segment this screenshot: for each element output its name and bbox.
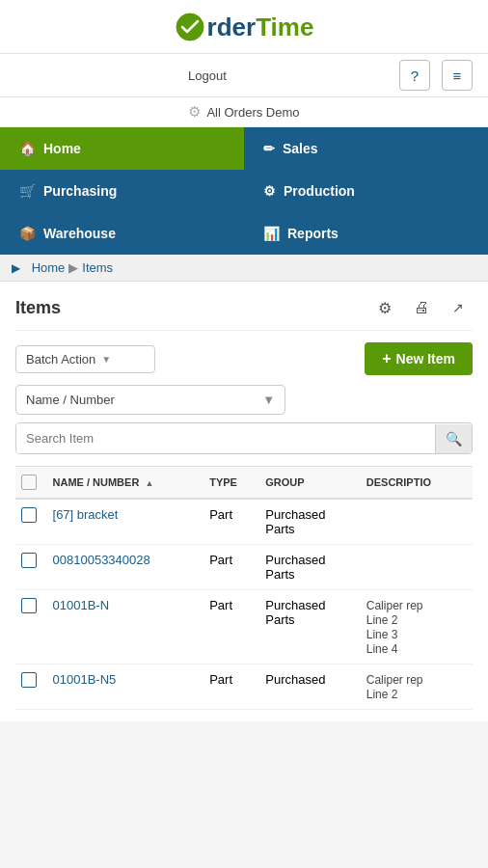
print-icon: 🖨	[414, 299, 429, 316]
help-icon: ?	[411, 68, 419, 84]
item-name-link[interactable]: [67] bracket	[53, 507, 119, 522]
search-row: 🔍	[15, 422, 473, 454]
search-icon: 🔍	[446, 431, 462, 447]
expand-arrow[interactable]: ▶	[12, 261, 20, 275]
help-button[interactable]: ?	[399, 60, 430, 91]
table-row: 01001B-N5PartPurchasedCaliper repLine 2	[15, 665, 473, 710]
items-header: Items ⚙ 🖨 ↗	[15, 293, 473, 331]
logo-icon	[175, 12, 205, 42]
gear-icon: ⚙	[378, 299, 392, 317]
search-input[interactable]	[16, 423, 435, 453]
purchasing-icon: 🛒	[19, 183, 36, 199]
description-line: Line 4	[366, 642, 398, 656]
topbar: Logout ? ≡	[0, 54, 488, 97]
items-action-icons: ⚙ 🖨 ↗	[370, 293, 473, 322]
item-name-link[interactable]: 01001B-N5	[53, 672, 117, 687]
batch-arrow-icon: ▼	[101, 354, 111, 365]
description-line: Caliper rep	[366, 673, 423, 687]
nav-grid: 🏠 Home ✏ Sales 🛒 Purchasing ⚙ Production…	[0, 127, 488, 255]
content-area: Items ⚙ 🖨 ↗ Batch Action ▼ + New Item Na…	[0, 282, 488, 721]
th-name-label: NAME / NUMBER	[53, 476, 140, 488]
new-item-label: New Item	[396, 351, 455, 366]
breadcrumb-home[interactable]: Home	[32, 260, 66, 275]
table-row: [67] bracketPartPurchased Parts	[15, 499, 473, 545]
new-item-plus-icon: +	[382, 350, 391, 367]
row-checkbox[interactable]	[21, 507, 37, 523]
item-description: Caliper repLine 2Line 3Line 4	[361, 590, 473, 665]
filter-arrow-icon: ▼	[262, 393, 275, 407]
item-description: Caliper repLine 2	[361, 665, 473, 710]
item-type: Part	[203, 665, 259, 710]
item-type: Part	[203, 590, 259, 665]
nav-label-sales: Sales	[283, 141, 318, 156]
select-all-checkbox[interactable]	[21, 475, 37, 490]
sales-icon: ✏	[263, 141, 275, 156]
description-line: Caliper rep	[366, 599, 423, 612]
item-group: Purchased	[259, 665, 361, 710]
filter-selected-label: Name / Number	[26, 393, 115, 407]
items-table: NAME / NUMBER ▲ TYPE GROUP DESCRIPTIO [6…	[15, 466, 473, 710]
nav-label-reports: Reports	[287, 226, 339, 241]
th-group: GROUP	[259, 467, 361, 500]
nav-item-purchasing[interactable]: 🛒 Purchasing	[0, 170, 244, 212]
svg-point-0	[176, 14, 203, 41]
export-button[interactable]: ↗	[444, 293, 473, 322]
table-row: 01001B-NPartPurchased PartsCaliper repLi…	[15, 590, 473, 665]
nav-item-reports[interactable]: 📊 Reports	[244, 212, 488, 255]
description-line: Line 2	[366, 688, 398, 701]
row-checkbox[interactable]	[21, 598, 37, 613]
logo: rderTime	[175, 12, 314, 42]
th-checkbox	[15, 467, 47, 500]
print-button[interactable]: 🖨	[407, 293, 436, 322]
breadcrumb-current: Items	[82, 260, 113, 275]
th-name-number[interactable]: NAME / NUMBER ▲	[47, 467, 204, 500]
menu-button[interactable]: ≡	[442, 60, 473, 91]
nav-item-sales[interactable]: ✏ Sales	[244, 127, 488, 170]
sort-arrow-icon: ▲	[145, 478, 153, 488]
description-line: Line 3	[366, 628, 398, 641]
filter-row: Name / Number ▼	[15, 385, 473, 415]
search-button[interactable]: 🔍	[435, 424, 472, 453]
menu-icon: ≡	[453, 68, 462, 84]
row-checkbox[interactable]	[21, 553, 37, 568]
item-type: Part	[203, 499, 259, 545]
row-checkbox[interactable]	[21, 672, 37, 688]
page-title: Items	[15, 298, 61, 318]
batch-action-dropdown[interactable]: Batch Action ▼	[15, 345, 155, 373]
nav-label-purchasing: Purchasing	[43, 183, 117, 199]
toolbar-row: Batch Action ▼ + New Item	[15, 342, 473, 375]
filter-dropdown[interactable]: Name / Number ▼	[15, 385, 285, 415]
new-item-button[interactable]: + New Item	[365, 342, 473, 375]
reports-icon: 📊	[263, 226, 280, 241]
item-group: Purchased Parts	[259, 590, 361, 665]
nav-item-production[interactable]: ⚙ Production	[244, 170, 488, 212]
warehouse-icon: 📦	[19, 226, 36, 241]
item-name-link[interactable]: 00810053340028	[53, 553, 150, 567]
table-row: 00810053340028PartPurchased Parts	[15, 545, 473, 590]
nav-item-warehouse[interactable]: 📦 Warehouse	[0, 212, 244, 255]
nav-label-home: Home	[43, 141, 81, 156]
item-group: Purchased Parts	[259, 499, 361, 545]
topbar-icons: ? ≡	[399, 60, 473, 91]
settings-button[interactable]: ⚙	[370, 293, 399, 322]
settings-icon: ⚙	[188, 103, 201, 121]
item-type: Part	[203, 545, 259, 590]
batch-action-label: Batch Action	[26, 352, 95, 366]
item-name-link[interactable]: 01001B-N	[53, 598, 110, 612]
item-description	[361, 499, 473, 545]
description-line: Line 2	[366, 613, 398, 627]
production-icon: ⚙	[263, 183, 276, 199]
export-icon: ↗	[452, 300, 464, 315]
item-group: Purchased Parts	[259, 545, 361, 590]
home-icon: 🏠	[19, 141, 36, 156]
nav-label-warehouse: Warehouse	[43, 226, 116, 241]
item-description	[361, 545, 473, 590]
logout-link[interactable]: Logout	[15, 68, 399, 83]
nav-label-production: Production	[284, 183, 355, 199]
header: rderTime	[0, 0, 488, 54]
nav-item-home[interactable]: 🏠 Home	[0, 127, 244, 170]
th-description: DESCRIPTIO	[361, 467, 473, 500]
demo-bar: ⚙ All Orders Demo	[0, 97, 488, 127]
breadcrumb-separator: ▶	[68, 260, 78, 275]
th-type: TYPE	[203, 467, 259, 500]
